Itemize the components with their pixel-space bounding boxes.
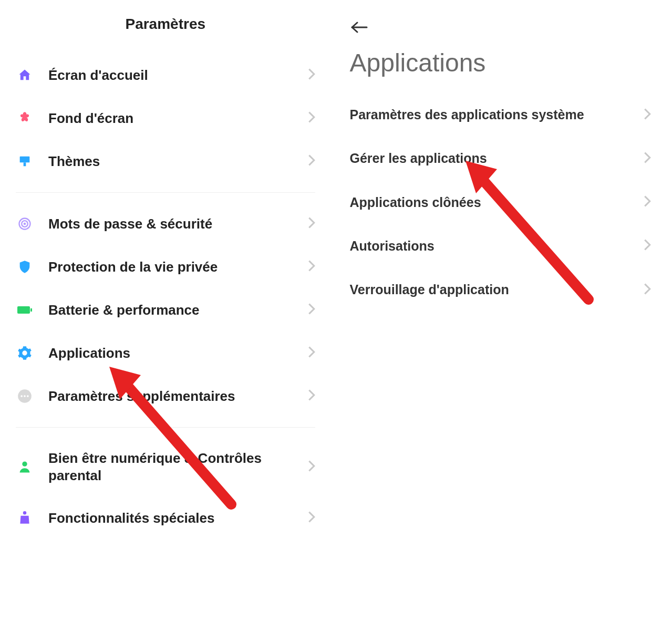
settings-row-label: Thèmes	[48, 153, 308, 170]
divider	[16, 427, 315, 428]
apps-row-dual-apps[interactable]: Applications clônées	[342, 181, 657, 224]
apps-row-label: Gérer les applications	[350, 150, 644, 167]
settings-row-label: Mots de passe & sécurité	[48, 215, 308, 233]
chevron-right-icon	[308, 389, 315, 403]
settings-row-battery-performance[interactable]: Batterie & performance	[11, 288, 321, 331]
settings-row-label: Bien être numérique & Contrôles parental	[48, 450, 308, 484]
chevron-right-icon	[644, 108, 651, 122]
chevron-right-icon	[308, 154, 315, 168]
brush-icon	[16, 152, 34, 170]
arrow-left-icon	[350, 21, 369, 34]
chevron-right-icon	[308, 111, 315, 125]
bag-icon	[16, 509, 34, 527]
chevron-right-icon	[308, 460, 315, 474]
page-title: Paramètres	[11, 5, 321, 54]
settings-row-privacy-protection[interactable]: Protection de la vie privée	[11, 245, 321, 288]
apps-row-label: Applications clônées	[350, 194, 644, 211]
settings-row-label: Fonctionnalités spéciales	[48, 510, 308, 527]
back-button[interactable]	[342, 5, 657, 39]
chevron-right-icon	[644, 239, 651, 253]
settings-row-additional-settings[interactable]: Paramètres supplémentaires	[11, 375, 321, 418]
chevron-right-icon	[308, 260, 315, 274]
settings-row-label: Applications	[48, 345, 308, 362]
apps-row-label: Autorisations	[350, 238, 644, 254]
chevron-right-icon	[308, 217, 315, 231]
divider	[16, 192, 315, 193]
shield-icon	[16, 258, 34, 276]
settings-row-label: Batterie & performance	[48, 302, 308, 319]
settings-row-label: Protection de la vie privée	[48, 258, 308, 276]
settings-row-label: Paramètres supplémentaires	[48, 388, 308, 405]
svg-rect-6	[30, 308, 32, 312]
settings-panel: Paramètres Écran d'accueil Fond d'écran …	[0, 0, 336, 632]
svg-point-9	[24, 395, 26, 397]
settings-row-special-features[interactable]: Fonctionnalités spéciales	[11, 496, 321, 540]
svg-rect-1	[24, 162, 26, 166]
apps-row-system-app-settings[interactable]: Paramètres des applications système	[342, 93, 657, 137]
flower-icon	[16, 109, 34, 127]
svg-rect-0	[20, 157, 30, 163]
svg-point-8	[20, 395, 23, 397]
svg-point-11	[22, 461, 27, 466]
apps-row-label: Verrouillage d'application	[350, 282, 644, 298]
home-icon	[16, 66, 34, 84]
settings-row-digital-wellbeing[interactable]: Bien être numérique & Contrôles parental	[11, 437, 321, 496]
target-icon	[16, 215, 34, 233]
apps-row-app-lock[interactable]: Verrouillage d'application	[342, 268, 657, 312]
settings-row-wallpaper[interactable]: Fond d'écran	[11, 97, 321, 140]
svg-point-4	[24, 223, 26, 225]
svg-point-10	[27, 395, 29, 397]
settings-row-themes[interactable]: Thèmes	[11, 140, 321, 183]
svg-rect-5	[17, 306, 30, 314]
chevron-right-icon	[308, 303, 315, 317]
settings-row-passwords-security[interactable]: Mots de passe & sécurité	[11, 202, 321, 245]
apps-row-manage-apps[interactable]: Gérer les applications	[342, 137, 657, 180]
settings-row-label: Fond d'écran	[48, 110, 308, 127]
page-title: Applications	[342, 39, 657, 93]
chevron-right-icon	[308, 68, 315, 82]
applications-panel: Applications Paramètres des applications…	[336, 0, 673, 632]
person-icon	[16, 458, 34, 476]
battery-icon	[16, 301, 34, 319]
chevron-right-icon	[644, 283, 651, 297]
chevron-right-icon	[308, 346, 315, 360]
chevron-right-icon	[644, 152, 651, 165]
settings-row-home[interactable]: Écran d'accueil	[11, 54, 321, 97]
chevron-right-icon	[308, 511, 315, 525]
svg-point-12	[23, 511, 26, 514]
gear-icon	[16, 344, 34, 362]
apps-row-label: Paramètres des applications système	[350, 107, 644, 123]
chevron-right-icon	[644, 195, 651, 209]
settings-row-label: Écran d'accueil	[48, 67, 308, 84]
dots-icon	[16, 387, 34, 405]
apps-row-permissions[interactable]: Autorisations	[342, 224, 657, 268]
settings-row-applications[interactable]: Applications	[11, 331, 321, 375]
